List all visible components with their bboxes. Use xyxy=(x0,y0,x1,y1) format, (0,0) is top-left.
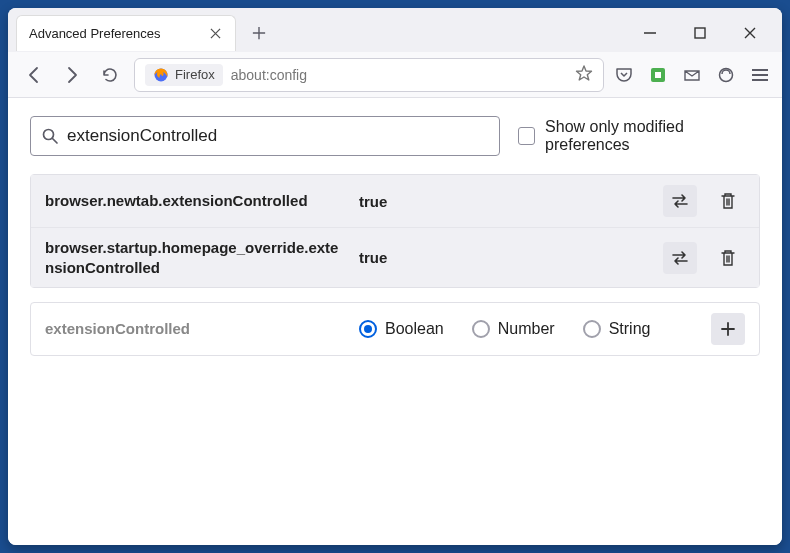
checkbox-label: Show only modified preferences xyxy=(545,118,760,154)
toggle-button[interactable] xyxy=(663,185,697,217)
toolbar-icons xyxy=(614,65,770,85)
menu-button[interactable] xyxy=(750,65,770,85)
add-button[interactable] xyxy=(711,313,745,345)
tab-bar: Advanced Preferences xyxy=(8,8,782,52)
back-button[interactable] xyxy=(20,61,48,89)
toggle-button[interactable] xyxy=(663,242,697,274)
radio-string[interactable]: String xyxy=(583,320,651,338)
url-text: about:config xyxy=(231,67,567,83)
mail-icon[interactable] xyxy=(682,65,702,85)
identity-badge[interactable]: Firefox xyxy=(145,64,223,86)
nav-toolbar: Firefox about:config xyxy=(8,52,782,98)
radio-label: Boolean xyxy=(385,320,444,338)
radio-icon xyxy=(583,320,601,338)
url-bar[interactable]: Firefox about:config xyxy=(134,58,604,92)
delete-button[interactable] xyxy=(711,242,745,274)
svg-point-4 xyxy=(720,68,733,81)
radio-icon xyxy=(472,320,490,338)
search-box[interactable] xyxy=(30,116,500,156)
close-tab-icon[interactable] xyxy=(207,26,223,42)
pref-row: browser.newtab.extensionControlled true xyxy=(31,175,759,227)
plus-icon xyxy=(720,321,736,337)
svg-rect-3 xyxy=(655,72,661,78)
active-tab[interactable]: Advanced Preferences xyxy=(16,15,236,51)
browser-window: Advanced Preferences Firefox about:confi… xyxy=(8,8,782,545)
shield-icon[interactable] xyxy=(716,65,736,85)
preference-list: browser.newtab.extensionControlled true … xyxy=(30,174,760,288)
reload-button[interactable] xyxy=(96,61,124,89)
tab-title: Advanced Preferences xyxy=(29,26,207,41)
svg-rect-0 xyxy=(695,28,705,38)
search-icon xyxy=(41,127,59,145)
trash-icon xyxy=(720,249,736,267)
add-pref-section: extensionControlled Boolean Number Strin… xyxy=(30,302,760,356)
delete-button[interactable] xyxy=(711,185,745,217)
extension-icon[interactable] xyxy=(648,65,668,85)
about-config-content: Show only modified preferences browser.n… xyxy=(8,98,782,545)
search-row: Show only modified preferences xyxy=(30,116,760,156)
firefox-icon xyxy=(153,67,169,83)
pocket-icon[interactable] xyxy=(614,65,634,85)
search-input[interactable] xyxy=(67,126,489,146)
radio-icon xyxy=(359,320,377,338)
svg-rect-2 xyxy=(651,68,665,82)
toggle-icon xyxy=(670,250,690,266)
radio-label: Number xyxy=(498,320,555,338)
hamburger-icon xyxy=(750,65,770,85)
new-pref-name: extensionControlled xyxy=(45,319,345,339)
radio-number[interactable]: Number xyxy=(472,320,555,338)
radio-label: String xyxy=(609,320,651,338)
pref-value: true xyxy=(359,249,649,266)
maximize-button[interactable] xyxy=(690,23,710,43)
identity-label: Firefox xyxy=(175,67,215,82)
pref-name: browser.startup.homepage_override.extens… xyxy=(45,238,345,277)
close-window-button[interactable] xyxy=(740,23,760,43)
add-pref-row: extensionControlled Boolean Number Strin… xyxy=(31,303,759,355)
svg-point-5 xyxy=(44,130,54,140)
radio-boolean[interactable]: Boolean xyxy=(359,320,444,338)
svg-point-1 xyxy=(155,68,168,81)
trash-icon xyxy=(720,192,736,210)
show-modified-checkbox[interactable]: Show only modified preferences xyxy=(518,118,760,154)
bookmark-star-icon[interactable] xyxy=(575,64,593,86)
pref-name: browser.newtab.extensionControlled xyxy=(45,191,345,211)
checkbox-icon xyxy=(518,127,535,145)
type-radio-group: Boolean Number String xyxy=(359,320,697,338)
toggle-icon xyxy=(670,193,690,209)
window-controls xyxy=(640,23,774,43)
pref-value: true xyxy=(359,193,649,210)
minimize-button[interactable] xyxy=(640,23,660,43)
forward-button[interactable] xyxy=(58,61,86,89)
new-tab-button[interactable] xyxy=(244,18,274,48)
pref-row: browser.startup.homepage_override.extens… xyxy=(31,227,759,287)
